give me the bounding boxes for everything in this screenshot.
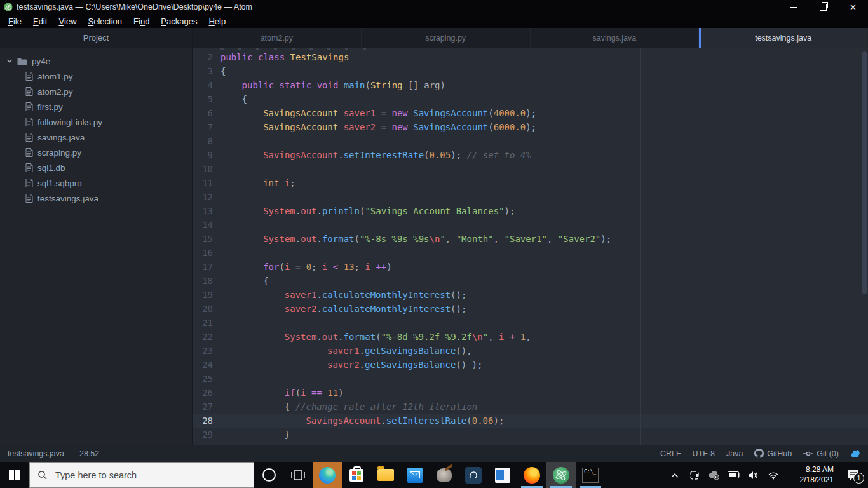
code-line-7[interactable]: 7SavingsAccount saver2 = new SavingsAcco… [193,120,868,134]
tree-file-sql1.db[interactable]: sql1.db [0,160,192,175]
tree-file-testsavings.java[interactable]: testsavings.java [0,191,192,206]
wifi-tray-button[interactable] [764,462,782,488]
system-tray: 8:28 AM 2/18/2021 1 [666,462,868,488]
tree-file-followingLinks.py[interactable]: followingLinks.py [0,114,192,130]
mail-button[interactable] [400,462,430,488]
line-number: 24 [193,358,220,372]
taskbar-clock[interactable]: 8:28 AM 2/18/2021 [788,465,834,485]
sqlite-app-button[interactable] [488,462,517,488]
status-filename[interactable]: testsavings.java [8,449,64,458]
code-line-6[interactable]: 6SavingsAccount saver1 = new SavingsAcco… [193,106,868,120]
start-button[interactable] [0,462,29,488]
file-icon [25,72,33,81]
code-line-29[interactable]: 29} [193,428,868,442]
pgadmin-button[interactable] [459,462,488,488]
tab-scraping.py[interactable]: scraping.py [362,28,531,48]
firefox-button[interactable] [517,462,546,488]
menu-view[interactable]: View [53,14,82,28]
code-line-20[interactable]: 20saver2.calculateMonthlyInterest(); [193,302,868,316]
atom-button[interactable] [546,462,576,488]
command-prompt-button[interactable]: C:\_ [576,462,605,488]
status-item-java[interactable]: Java [726,449,743,458]
code-line-24[interactable]: 24saver2.getSavingsBalance() ); [193,358,868,372]
code-line-27[interactable]: 27{ //change rate after 12th iteration [193,400,868,414]
status-item-crlf[interactable]: CRLF [660,449,681,458]
code-line-25[interactable]: 25 [193,372,868,386]
menu-file[interactable]: File [3,14,27,28]
taskbar-search[interactable] [29,462,254,488]
editor-scrollbar[interactable] [862,51,867,294]
menu-selection[interactable]: Selection [83,14,128,28]
code-line-5[interactable]: 5{ [193,92,868,106]
store-icon [349,469,363,482]
onedrive-tray-button[interactable] [705,462,722,488]
code-line-18[interactable]: 18{ [193,274,868,288]
squirrel-icon[interactable] [850,449,860,459]
code-line-12[interactable]: 12 [193,190,868,204]
code-line-28[interactable]: 28SavingsAccount.setInterestRate(0.06); [193,414,868,428]
code-editor[interactable]: 2public class TestSavings3{4public stati… [193,48,868,445]
menu-packages[interactable]: Packages [155,14,203,28]
gimp-button[interactable] [430,462,459,488]
code-line-21[interactable]: 21 [193,316,868,330]
file-explorer-button[interactable] [371,462,400,488]
tree-folder-py4e[interactable]: py4e [0,53,192,69]
code-text: saver1.calculateMonthlyInterest(); [220,288,466,302]
search-input[interactable] [54,470,234,481]
tree-file-atom1.py[interactable]: atom1.py [0,69,192,84]
tray-chevron-button[interactable] [666,462,683,488]
code-line-14[interactable]: 14 [193,218,868,232]
cortana-button[interactable] [254,462,283,488]
tree-file-first.py[interactable]: first.py [0,99,192,114]
restore-button[interactable] [808,0,838,14]
tab-testsavings.java[interactable]: testsavings.java [699,28,868,48]
tab-savings.java[interactable]: savings.java [531,28,700,48]
line-number: 13 [193,204,220,218]
tab-atom2.py[interactable]: atom2.py [193,28,362,48]
task-view-button[interactable] [283,462,313,488]
git-button[interactable]: Git (0) [803,449,839,458]
folder-name: py4e [32,57,50,66]
code-line-16[interactable]: 16 [193,246,868,260]
firefox-icon [524,467,540,484]
status-cursor-position[interactable]: 28:52 [79,449,99,458]
code-line-8[interactable]: 8 [193,134,868,148]
github-button[interactable]: GitHub [754,449,792,458]
code-line-9[interactable]: 9SavingsAccount.setInterestRate(0.05); /… [193,148,868,162]
code-line-17[interactable]: 17for(i = 0; i < 13; i ++) [193,260,868,274]
code-line-3[interactable]: 3{ [193,64,868,78]
menu-help[interactable]: Help [203,14,231,28]
snip-tray-button[interactable] [686,462,703,488]
code-line-13[interactable]: 13System.out.println("Savings Account Ba… [193,204,868,218]
menu-find[interactable]: Find [128,14,155,28]
tree-file-scraping.py[interactable]: scraping.py [0,145,192,160]
volume-tray-button[interactable] [745,462,762,488]
edge-button[interactable] [313,462,342,488]
code-line-26[interactable]: 26if(i == 11) [193,386,868,400]
code-line-15[interactable]: 15System.out.format("%-8s %9s %9s\n", "M… [193,232,868,246]
code-line-4[interactable]: 4public static void main(String [] arg) [193,78,868,92]
tree-file-sql1.sqbpro[interactable]: sql1.sqbpro [0,175,192,191]
menu-edit[interactable]: Edit [27,14,53,28]
code-line-23[interactable]: 23saver1.getSavingsBalance(), [193,344,868,358]
close-button[interactable]: ✕ [838,0,868,14]
project-panel-header[interactable]: Project [0,28,192,48]
code-line-11[interactable]: 11int i; [193,176,868,190]
action-center-button[interactable]: 1 [840,462,867,488]
code-line-10[interactable]: 10 [193,162,868,176]
file-icon [25,87,33,96]
tree-file-savings.java[interactable]: savings.java [0,130,192,145]
minimize-button[interactable] [778,0,808,14]
menu-bar: FileEditViewSelectionFindPackagesHelp [0,14,868,28]
pgadmin-icon [465,467,482,484]
battery-tray-button[interactable] [725,462,742,488]
code-line-2[interactable]: 2public class TestSavings [193,50,868,64]
line-number: 29 [193,428,220,442]
tree-file-atom2.py[interactable]: atom2.py [0,84,192,99]
speaker-icon [748,471,759,480]
line-number: 28 [193,414,220,428]
code-line-22[interactable]: 22System.out.format("%-8d %9.2f %9.2f\n"… [193,330,868,344]
code-line-19[interactable]: 19saver1.calculateMonthlyInterest(); [193,288,868,302]
store-button[interactable] [342,462,371,488]
status-item-utf-8[interactable]: UTF-8 [693,449,715,458]
